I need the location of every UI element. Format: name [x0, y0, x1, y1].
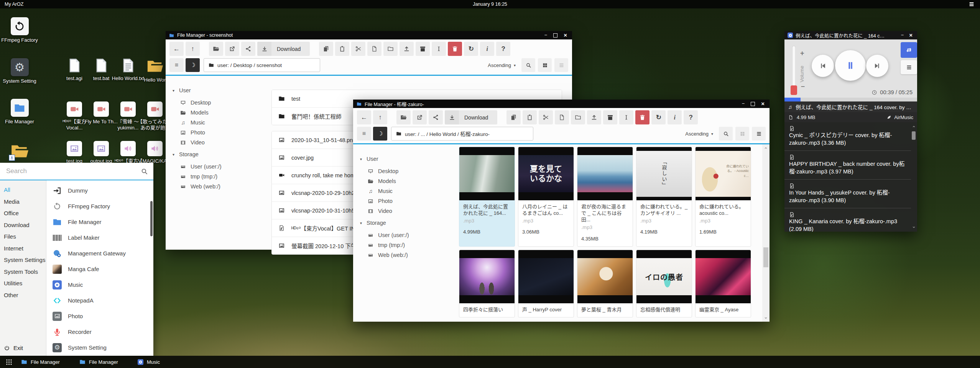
category-utilities[interactable]: Utilities [4, 280, 46, 286]
grid-item[interactable]: 命に嫌われている。 - Acoustic c… 命に嫌われている。acousti… [695, 147, 751, 247]
desktop-icon-ffmpeg-factory[interactable]: FFmpeg Factory [0, 17, 39, 43]
app-dummy[interactable]: Dummy [46, 183, 153, 198]
close-button[interactable]: × [761, 100, 765, 108]
sidebar-item-web-drive[interactable]: Web (web:/) [172, 182, 266, 191]
sidebar-item-models[interactable]: Models [359, 176, 454, 186]
sort-dropdown[interactable]: Ascending▾ [685, 131, 716, 137]
scroll-down-icon[interactable] [912, 225, 916, 229]
paste-button[interactable] [335, 42, 349, 56]
sidebar-section-storage[interactable]: ▾Storage [173, 151, 266, 157]
app-music[interactable]: Music [46, 277, 153, 293]
open-in-new-button[interactable] [225, 42, 239, 56]
taskbar-item-music[interactable]: Music [138, 359, 196, 365]
help-button[interactable]: ? [496, 42, 510, 56]
grid-item[interactable]: 君が夜の海に還るまで _ こんにちは谷田....mp34.35MB [577, 147, 633, 247]
playlist-item[interactable]: Cynic _ ポリスピカデリー cover. by 柘榴-zakuro-.mp… [784, 122, 911, 151]
app-file-manager[interactable]: File Manager [46, 214, 153, 230]
app-ffmpeg-factory[interactable]: FFmpeg Factory [46, 198, 153, 214]
path-input[interactable]: user: / Desktop / screenshot [204, 58, 320, 72]
playlist-toggle-button[interactable] [901, 60, 917, 74]
sidebar-section-user[interactable]: ▾User [173, 87, 266, 93]
playlist-item[interactable]: HAPPY BIRTHDAY _ back number cover. by柘榴… [784, 151, 911, 180]
desktop-icon-file-manager[interactable]: File Manager [0, 99, 39, 125]
scroll-down-icon[interactable] [762, 316, 770, 320]
refresh-button[interactable]: ↻ [464, 42, 478, 56]
sidebar-section-storage[interactable]: ▾Storage [360, 220, 454, 226]
back-button[interactable]: ← [169, 42, 184, 56]
menu-button[interactable]: ≡ [169, 58, 184, 72]
sidebar-section-user[interactable]: ▾User [360, 156, 454, 162]
grid-item[interactable]: 四季折々に揺蕩い [459, 250, 515, 317]
next-track-button[interactable] [866, 55, 888, 77]
minimize-button[interactable]: − [901, 31, 904, 39]
volume-slider-thumb[interactable] [791, 85, 797, 95]
theme-toggle-button[interactable]: ☾ [186, 58, 200, 72]
rename-button[interactable] [619, 110, 633, 124]
upload-button[interactable] [400, 42, 414, 56]
maximize-button[interactable] [553, 33, 557, 38]
app-label-maker[interactable]: Label Maker [46, 230, 153, 245]
category-system-tools[interactable]: System Tools [4, 268, 46, 275]
theme-toggle-button[interactable]: ☾ [373, 127, 387, 141]
grid-item[interactable]: 夏を見て いるかな 八月のレイニー _ はるまきごはん co....mp33.0… [518, 147, 574, 247]
minimize-button[interactable]: − [742, 100, 745, 108]
app-photo[interactable]: Photo [46, 308, 153, 324]
taskbar-item-file-manager-1[interactable]: File Manager [21, 359, 79, 365]
playlist-scrollbar[interactable] [911, 124, 916, 229]
info-button[interactable]: i [668, 110, 682, 124]
archive-button[interactable] [603, 110, 617, 124]
seek-bar[interactable] [784, 98, 917, 101]
search-input[interactable] [5, 167, 137, 175]
category-other[interactable]: Other [4, 292, 46, 298]
topbar-menu-button[interactable] [968, 1, 980, 7]
sidebar-item-video[interactable]: Video [172, 137, 266, 147]
scrollbar-thumb[interactable] [912, 131, 916, 140]
sidebar-item-photo[interactable]: Photo [359, 196, 454, 206]
sidebar-item-tmp-drive[interactable]: tmp (tmp:/) [172, 172, 266, 182]
playlist-item[interactable]: KING _ Kanaria cover. by 柘榴-zakuro-.mp3 … [784, 208, 911, 232]
sidebar-item-desktop[interactable]: Desktop [172, 98, 266, 108]
app-recorder[interactable]: Recorder [46, 324, 153, 340]
sidebar-item-web-drive[interactable]: Web (web:/) [359, 250, 454, 260]
new-folder-button[interactable] [383, 42, 398, 56]
scrollbar-thumb[interactable] [763, 247, 768, 267]
download-button[interactable]: Download [445, 110, 497, 124]
maximize-button[interactable] [751, 102, 755, 106]
list-view-button[interactable] [554, 58, 568, 72]
info-button[interactable]: i [480, 42, 494, 56]
app-management-gateway[interactable]: Management Gateway [46, 245, 153, 261]
title-bar[interactable]: File Manager - screenshot − × [166, 31, 572, 39]
grid-item[interactable]: 夢と葉桜 _ 青木月 [577, 250, 633, 317]
copy-button[interactable] [319, 42, 333, 56]
category-download[interactable]: Download [4, 222, 46, 228]
new-file-button[interactable] [367, 42, 381, 56]
path-input[interactable]: user: / ... / Hello World / 柘榴-zakuro- [391, 127, 533, 141]
search-files-button[interactable] [719, 127, 733, 141]
grid-item[interactable]: イロの愚者 忘相感傷代償連明 [636, 250, 692, 317]
sidebar-item-video[interactable]: Video [359, 206, 454, 216]
refresh-button[interactable]: ↻ [651, 110, 666, 124]
grid-item[interactable]: 「寂しい」 命に嫌われている。_ カンザキイオリ ....mp34.19MB [636, 147, 692, 247]
grid-item[interactable]: 幽霊東京 _ Ayase [695, 250, 751, 317]
category-media[interactable]: Media [4, 198, 46, 205]
back-button[interactable]: ← [357, 110, 371, 124]
open-in-new-button[interactable] [413, 110, 427, 124]
sidebar-item-user-drive[interactable]: User (user:/) [172, 162, 266, 172]
sidebar-item-photo[interactable]: Photo [172, 128, 266, 137]
help-button[interactable]: ? [684, 110, 698, 124]
sidebar-item-models[interactable]: Models [172, 108, 266, 118]
upload-button[interactable] [587, 110, 601, 124]
repeat-button[interactable] [901, 42, 917, 58]
download-button[interactable]: Download [257, 42, 310, 56]
list-view-button[interactable] [752, 127, 766, 141]
copy-button[interactable] [506, 110, 521, 124]
cut-button[interactable] [539, 110, 553, 124]
title-bar[interactable]: File Manager - 柘榴-zakuro- − × [353, 100, 770, 108]
airmusic-button[interactable]: AirMusic [886, 114, 913, 120]
category-all[interactable]: All [4, 186, 46, 193]
grid-item-selected[interactable]: 例えば、今此処に置かれた花に _ 164....mp34.99MB [459, 147, 515, 247]
playlist-item[interactable]: In Your Hands _ yusukeP cover. by 柘榴-zak… [784, 180, 911, 208]
taskbar-item-file-manager-2[interactable]: File Manager [79, 359, 138, 365]
open-button[interactable] [209, 42, 223, 56]
category-files[interactable]: Files [4, 233, 46, 240]
